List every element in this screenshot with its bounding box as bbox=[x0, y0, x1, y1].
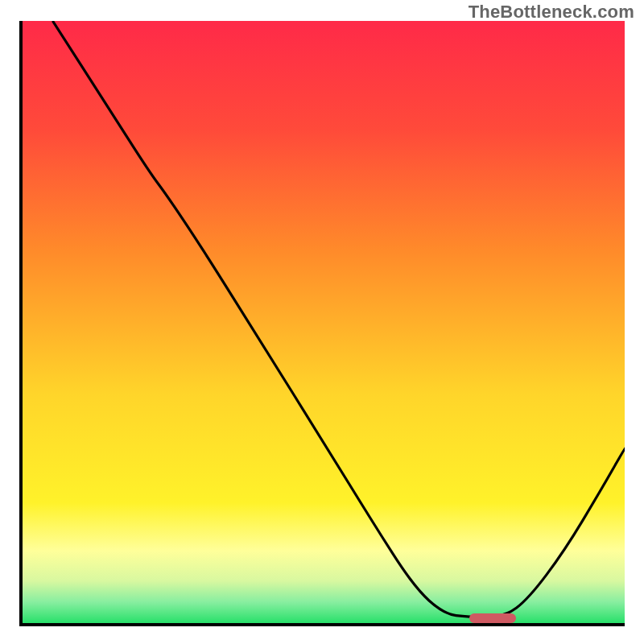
curve-path bbox=[52, 21, 625, 617]
chart-plot-area bbox=[19, 21, 625, 626]
optimal-marker bbox=[469, 613, 516, 623]
bottleneck-curve bbox=[23, 21, 625, 623]
watermark-text: TheBottleneck.com bbox=[469, 2, 634, 23]
